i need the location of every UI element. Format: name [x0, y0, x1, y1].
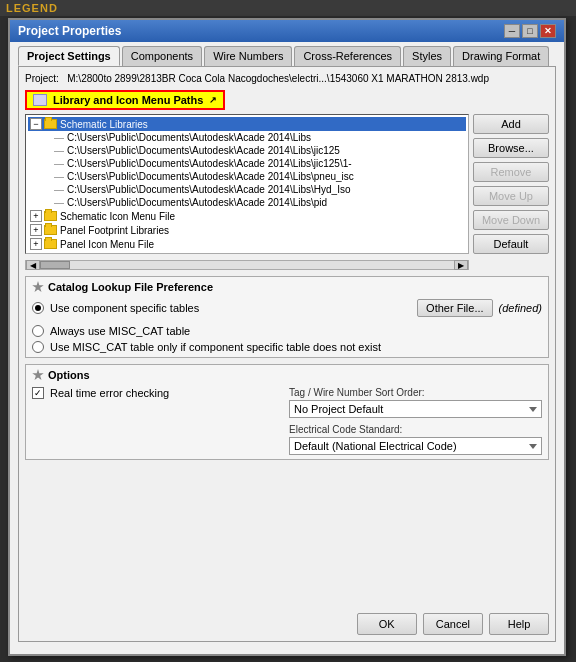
title-bar-buttons: ─ □ ✕: [504, 24, 556, 38]
cursor-arrow: ↗: [209, 95, 217, 105]
catalog-gear-icon: [32, 281, 44, 293]
tree-section: − Schematic Libraries — C:\Users\Public\…: [25, 114, 549, 276]
tree-expand-schematic[interactable]: −: [30, 118, 42, 130]
close-button[interactable]: ✕: [540, 24, 556, 38]
radio-use-misc-only[interactable]: Use MISC_CAT table only if component spe…: [32, 341, 542, 353]
tree-expand-panel-icon[interactable]: +: [30, 238, 42, 250]
tree-panel[interactable]: − Schematic Libraries — C:\Users\Public\…: [25, 114, 469, 254]
radio-always-misc[interactable]: Always use MISC_CAT table: [32, 325, 542, 337]
catalog-section-title: Catalog Lookup File Preference: [32, 281, 542, 293]
tree-item-jic125-1[interactable]: — C:\Users\Public\Documents\Autodesk\Aca…: [28, 157, 466, 170]
tab-drawing-format[interactable]: Drawing Format: [453, 46, 549, 66]
horizontal-scrollbar[interactable]: ◀ ▶: [25, 260, 469, 270]
browse-button[interactable]: Browse...: [473, 138, 549, 158]
realtime-error-row[interactable]: Real time error checking: [32, 387, 285, 399]
folder-icon-panel-footprint: [44, 225, 57, 235]
tree-expand-schematic-icon[interactable]: +: [30, 210, 42, 222]
defined-label: (defined): [499, 302, 542, 314]
maximize-button[interactable]: □: [522, 24, 538, 38]
options-gear-icon: [32, 369, 44, 381]
tree-item-panel-footprint[interactable]: + Panel Footprint Libraries: [28, 223, 466, 237]
scrollbar-track: [40, 261, 454, 269]
catalog-section: Catalog Lookup File Preference Use compo…: [25, 276, 549, 358]
ok-button[interactable]: OK: [357, 613, 417, 635]
catalog-row-1: Use component specific tables Other File…: [32, 299, 542, 317]
library-paths-label: Library and Icon Menu Paths: [53, 94, 203, 106]
tag-wire-sort-label: Tag / Wire Number Sort Order:: [289, 387, 542, 398]
scrollbar-left-btn[interactable]: ◀: [26, 260, 40, 270]
options-section-title: Options: [32, 369, 542, 381]
tree-wrapper: − Schematic Libraries — C:\Users\Public\…: [25, 114, 469, 276]
scrollbar-thumb[interactable]: [40, 261, 70, 269]
library-paths-row[interactable]: Library and Icon Menu Paths ↗: [25, 90, 225, 110]
library-folder-icon: [33, 94, 47, 106]
realtime-error-checkbox[interactable]: [32, 387, 44, 399]
electrical-code-label: Electrical Code Standard:: [289, 424, 542, 435]
window-title: Project Properties: [18, 24, 121, 38]
legend-bar: LEGEND: [0, 0, 576, 16]
options-section: Options Real time error checking Tag / W…: [25, 364, 549, 460]
tab-components[interactable]: Components: [122, 46, 202, 66]
options-grid: Real time error checking Tag / Wire Numb…: [32, 387, 542, 455]
electrical-code-arrow: [529, 444, 537, 449]
radio-btn-misc[interactable]: [32, 325, 44, 337]
tree-expand-panel-footprint[interactable]: +: [30, 224, 42, 236]
tab-project-settings[interactable]: Project Settings: [18, 46, 120, 66]
help-button[interactable]: Help: [489, 613, 549, 635]
catalog-section-content: Use component specific tables Other File…: [32, 299, 542, 353]
default-button[interactable]: Default: [473, 234, 549, 254]
options-right: Tag / Wire Number Sort Order: No Project…: [289, 387, 542, 455]
tab-styles[interactable]: Styles: [403, 46, 451, 66]
title-bar: Project Properties ─ □ ✕: [10, 20, 564, 42]
tab-bar: Project Settings Components Wire Numbers…: [18, 46, 556, 66]
move-down-button[interactable]: Move Down: [473, 210, 549, 230]
scrollbar-right-btn[interactable]: ▶: [454, 260, 468, 270]
project-path-label: Project:: [25, 73, 59, 84]
minimize-button[interactable]: ─: [504, 24, 520, 38]
project-path-value: M:\2800to 2899\2813BR Coca Cola Nacogdoc…: [67, 73, 489, 84]
folder-icon-schematic-icon: [44, 211, 57, 221]
add-button[interactable]: Add: [473, 114, 549, 134]
radio-btn-component[interactable]: [32, 302, 44, 314]
legend-text: LEGEND: [6, 2, 58, 14]
remove-button[interactable]: Remove: [473, 162, 549, 182]
radio-use-component[interactable]: Use component specific tables: [32, 302, 411, 314]
tab-cross-references[interactable]: Cross-References: [294, 46, 401, 66]
folder-icon-panel-icon: [44, 239, 57, 249]
tab-content-panel: Project: M:\2800to 2899\2813BR Coca Cola…: [18, 66, 556, 642]
tree-item-hyd[interactable]: — C:\Users\Public\Documents\Autodesk\Aca…: [28, 183, 466, 196]
radio-btn-misc-only[interactable]: [32, 341, 44, 353]
tag-wire-sort-dropdown[interactable]: No Project Default: [289, 400, 542, 418]
bottom-buttons: OK Cancel Help: [25, 607, 549, 635]
tree-item-libs[interactable]: — C:\Users\Public\Documents\Autodesk\Aca…: [28, 131, 466, 144]
cancel-button[interactable]: Cancel: [423, 613, 483, 635]
tree-item-panel-icon[interactable]: + Panel Icon Menu File: [28, 237, 466, 251]
options-left: Real time error checking: [32, 387, 285, 455]
tree-item-pid[interactable]: — C:\Users\Public\Documents\Autodesk\Aca…: [28, 196, 466, 209]
tree-item-schematic-libraries[interactable]: − Schematic Libraries: [28, 117, 466, 131]
other-file-button[interactable]: Other File...: [417, 299, 492, 317]
tree-item-schematic-icon[interactable]: + Schematic Icon Menu File: [28, 209, 466, 223]
move-up-button[interactable]: Move Up: [473, 186, 549, 206]
electrical-code-dropdown[interactable]: Default (National Electrical Code): [289, 437, 542, 455]
folder-icon-schematic: [44, 119, 57, 129]
tag-wire-sort-arrow: [529, 407, 537, 412]
main-window: Project Properties ─ □ ✕ Project Setting…: [8, 18, 566, 656]
tab-wire-numbers[interactable]: Wire Numbers: [204, 46, 292, 66]
project-path-row: Project: M:\2800to 2899\2813BR Coca Cola…: [25, 73, 549, 84]
tree-action-buttons: Add Browse... Remove Move Up Move Down D…: [473, 114, 549, 276]
window-content: Project Settings Components Wire Numbers…: [10, 42, 564, 650]
tree-item-jic125[interactable]: — C:\Users\Public\Documents\Autodesk\Aca…: [28, 144, 466, 157]
tree-item-pneu[interactable]: — C:\Users\Public\Documents\Autodesk\Aca…: [28, 170, 466, 183]
